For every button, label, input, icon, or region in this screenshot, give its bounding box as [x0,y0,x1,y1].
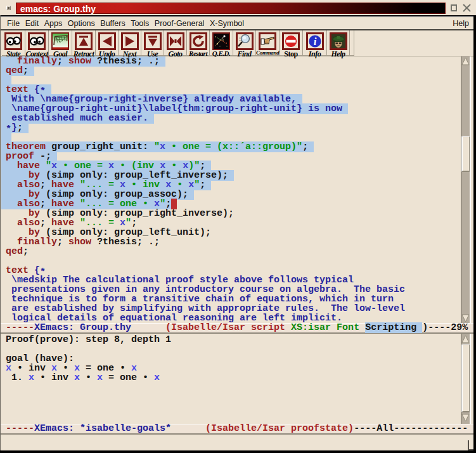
svg-text:i: i [313,36,316,48]
